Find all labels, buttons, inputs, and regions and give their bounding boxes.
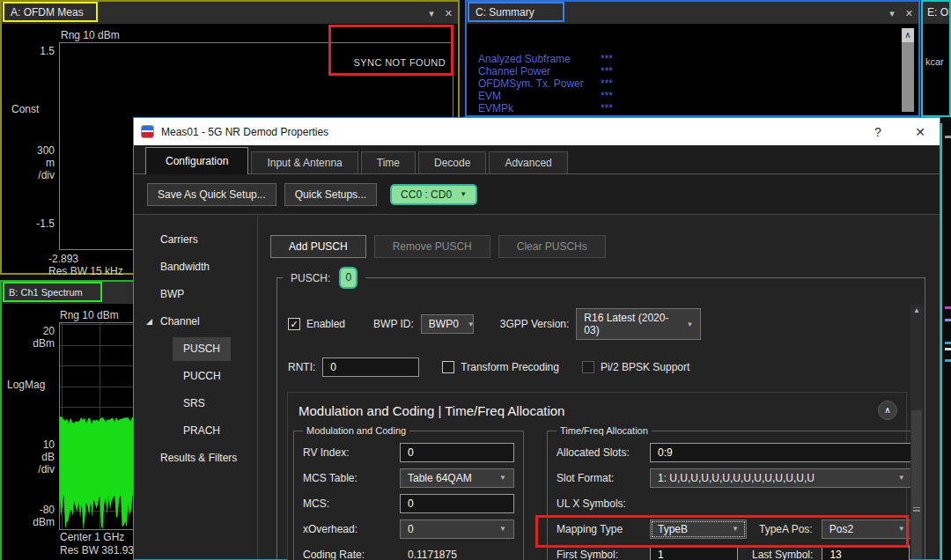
background-window-edge — [940, 123, 951, 560]
enabled-label: Enabled — [306, 318, 345, 330]
annotation-box-red-sync: SYNC NOT FOUND — [328, 25, 453, 76]
pusch-panel: Add PUSCH Remove PUSCH Clear PUSCHs PUSC… — [259, 216, 940, 559]
demod-properties-dialog: Meas01 - 5G NR Demod Properties ? ✕ Conf… — [133, 117, 940, 560]
summary-row: Channel Power*** — [478, 65, 613, 77]
scrollbar-grip[interactable] — [913, 507, 920, 512]
window-c-titlebar[interactable]: C: Summary ▾ ✕ — [467, 2, 918, 24]
close-icon[interactable]: ✕ — [905, 3, 913, 24]
minimize-icon[interactable]: ▾ — [429, 3, 434, 24]
center-freq-label: Center 1 GHz — [60, 531, 124, 543]
window-b-title: B: Ch1 Spectrum — [9, 287, 83, 298]
tab-decode[interactable]: Decode — [418, 151, 486, 173]
dialog-title: Meas01 - 5G NR Demod Properties — [161, 126, 869, 138]
cc-selector-dropdown[interactable]: CC0 : CD0 ▼ — [390, 184, 477, 205]
summary-table: Analyzed Subframe*** Channel Power*** OF… — [478, 53, 613, 114]
allocated-slots-input[interactable]: 0:9 — [650, 443, 913, 462]
dialog-scrollbar[interactable]: ▲ — [910, 305, 923, 559]
typea-pos-label: TypeA Pos: — [759, 523, 813, 535]
pusch-index-chip[interactable]: 0 — [339, 267, 358, 289]
last-symbol-input[interactable]: 13 — [822, 545, 910, 560]
scroll-up-icon[interactable]: ∧ — [902, 28, 914, 42]
rnti-label: RNTI: — [288, 361, 315, 373]
window-a-titlebar[interactable]: A: OFDM Meas ▾ ✕ — [2, 2, 458, 24]
gpp-version-dropdown[interactable]: R16 Latest (2020-03)▼ — [576, 308, 701, 340]
res-bw-label: Res BW 381.93 — [60, 544, 134, 556]
xoverhead-dropdown[interactable]: 0▼ — [400, 519, 514, 539]
window-e-titlebar[interactable]: E: OF — [923, 2, 949, 24]
range-label: Rng 10 dBm — [61, 29, 120, 41]
xoverhead-label: xOverhead: — [303, 523, 400, 535]
res-bw-label: Res BW 15 kHz — [48, 265, 123, 277]
sidebar-item-pucch[interactable]: PUCCH — [173, 365, 232, 388]
transform-precoding-checkbox[interactable] — [442, 361, 454, 373]
window-b-titlebar[interactable]: B: Ch1 Spectrum — [2, 282, 133, 304]
sidebar-item-bwp[interactable]: BWP — [134, 281, 257, 308]
chevron-down-icon: ▼ — [898, 525, 905, 533]
window-summary: C: Summary ▾ ✕ Analyzed Subframe*** Chan… — [465, 0, 920, 117]
rv-index-input[interactable]: 0 — [400, 443, 514, 462]
settings-nav: Carriers Bandwidth BWP ◢ Channel PUSCH P… — [134, 216, 258, 559]
range-label: Rng 10 dBm — [60, 309, 119, 321]
bwp-id-dropdown[interactable]: BWP0▼ — [421, 314, 474, 334]
scroll-up-icon[interactable]: ▲ — [910, 305, 923, 317]
mcs-table-dropdown[interactable]: Table 64QAM▼ — [400, 468, 514, 488]
window-e-title: E: OF — [927, 6, 949, 18]
tab-advanced[interactable]: Advanced — [489, 151, 567, 173]
y-axis-bottom: -1.5 — [19, 217, 55, 230]
tree-expanded-icon[interactable]: ◢ — [146, 308, 152, 335]
mapping-type-dropdown[interactable]: TypeB▼ — [650, 519, 747, 539]
help-button[interactable]: ? — [869, 125, 887, 139]
chevron-down-icon: ▼ — [468, 321, 475, 328]
sidebar-item-carriers[interactable]: Carriers — [134, 226, 257, 254]
last-symbol-label: Last Symbol: — [752, 549, 813, 560]
sidebar-item-results-filters[interactable]: Results & Filters — [134, 445, 257, 472]
rv-index-label: RV Index: — [303, 446, 400, 459]
mapping-type-label: Mapping Type — [557, 523, 650, 535]
summary-row: EVM*** — [478, 90, 613, 102]
screen: A: OFDM Meas ▾ ✕ Rng 10 dBm 1.5 Const 30… — [0, 0, 951, 560]
pi2-bpsk-checkbox — [582, 361, 594, 373]
sidebar-item-channel[interactable]: ◢ Channel — [134, 308, 257, 335]
remove-pusch-button[interactable]: Remove PUSCH — [374, 235, 490, 258]
close-button[interactable]: ✕ — [911, 125, 929, 139]
slot-format-dropdown[interactable]: 1: U,U,U,U,U,U,U,U,U,U,U,U,U,U▼ — [650, 468, 913, 488]
mcs-input[interactable]: 0 — [400, 494, 514, 513]
typea-pos-dropdown[interactable]: Pos2▼ — [822, 519, 913, 539]
save-as-quick-setup-button[interactable]: Save As Quick Setup... — [147, 183, 276, 206]
summary-scrollbar[interactable]: ∧ — [902, 28, 914, 112]
tab-input-antenna[interactable]: Input & Antenna — [251, 151, 358, 173]
summary-row: Analyzed Subframe*** — [478, 53, 613, 65]
tab-time[interactable]: Time — [361, 151, 416, 173]
sidebar-item-srs[interactable]: SRS — [173, 392, 216, 416]
y-axis-top: 20 dBm — [25, 325, 55, 350]
pusch-group-label: PUSCH: — [291, 272, 330, 284]
chevron-down-icon: ▼ — [499, 525, 506, 533]
sidebar-item-pusch[interactable]: PUSCH — [173, 337, 231, 361]
time-freq-legend: Time/Freq Allocation — [557, 425, 652, 436]
clear-puschs-button[interactable]: Clear PUSCHs — [498, 235, 606, 258]
dialog-titlebar[interactable]: Meas01 - 5G NR Demod Properties ? ✕ — [134, 118, 940, 145]
enabled-checkbox[interactable]: ✓ — [288, 318, 300, 330]
summary-row: EVMPk*** — [478, 102, 613, 114]
time-freq-group: Time/Freq Allocation Allocated Slots: 0:… — [547, 425, 923, 560]
sidebar-item-bandwidth[interactable]: Bandwidth — [134, 254, 257, 281]
sidebar-item-prach[interactable]: PRACH — [173, 419, 231, 443]
spectrum-plot — [59, 322, 135, 530]
transform-precoding-label: Transform Precoding — [461, 361, 559, 373]
sync-status: SYNC NOT FOUND — [354, 57, 446, 68]
pi2-bpsk-label: Pi/2 BPSK Support — [601, 361, 689, 373]
rnti-input[interactable]: 0 — [322, 357, 419, 377]
chevron-down-icon: ▼ — [732, 525, 739, 533]
minimize-icon[interactable]: ▾ — [889, 3, 895, 24]
slot-format-label: Slot Format: — [557, 472, 650, 484]
modulation-coding-legend: Modulation and Coding — [303, 425, 409, 436]
first-symbol-input[interactable]: 1 — [650, 545, 738, 560]
collapse-section-button[interactable]: ∧ — [878, 401, 897, 420]
pusch-groupbox: PUSCH: 0 ✓ Enabled BWP ID: BWP0▼ 3GPP Ve… — [276, 277, 925, 560]
scrollbar-thumb[interactable] — [911, 410, 922, 559]
quick-setups-button[interactable]: Quick Setups... — [284, 183, 377, 206]
bwp-id-label: BWP ID: — [373, 318, 414, 330]
close-icon[interactable]: ✕ — [445, 3, 453, 24]
add-pusch-button[interactable]: Add PUSCH — [270, 235, 366, 258]
tab-configuration[interactable]: Configuration — [145, 147, 248, 174]
